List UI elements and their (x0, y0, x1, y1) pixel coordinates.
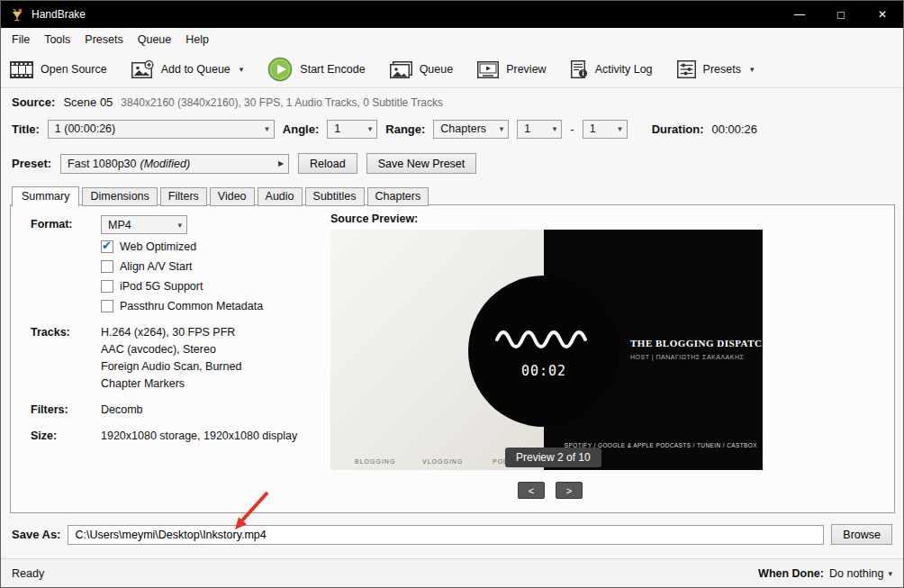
preset-modified-flag: (Modified) (140, 158, 191, 170)
tab-video[interactable]: Video (210, 187, 255, 206)
queue-label: Queue (420, 63, 454, 76)
preset-select[interactable]: Fast 1080p30(Modified) ▶ (60, 154, 289, 174)
play-icon (267, 57, 293, 82)
preset-select-value: Fast 1080p30(Modified) (68, 158, 190, 170)
add-to-queue-label: Add to Queue (161, 63, 231, 76)
minimize-button[interactable]: — (779, 1, 820, 28)
filters-label: Filters: (31, 403, 68, 416)
preview-icon (477, 61, 499, 78)
activity-log-icon (571, 60, 588, 78)
tab-dimensions[interactable]: Dimensions (82, 187, 157, 206)
preview-next-button[interactable]: > (556, 482, 583, 499)
range-end-select[interactable]: 1 ▾ (583, 120, 628, 139)
range-start-value: 1 (524, 122, 530, 135)
window-controls: — □ ✕ (779, 1, 903, 28)
handbrake-window: HandBrake — □ ✕ File Tools Presets Queue… (0, 0, 904, 588)
save-new-preset-button[interactable]: Save New Preset (366, 153, 477, 174)
add-to-queue-icon (131, 60, 154, 78)
checkbox-box[interactable] (101, 240, 113, 253)
menubar: File Tools Presets Queue Help (1, 28, 903, 51)
tab-chapters[interactable]: Chapters (367, 187, 429, 206)
preview-strip-item: BLOGGING (355, 458, 395, 465)
angle-label: Angle: (283, 122, 319, 136)
menu-queue[interactable]: Queue (131, 30, 179, 50)
format-select[interactable]: MP4 ▾ (101, 215, 187, 234)
open-source-button[interactable]: Open Source (10, 61, 107, 78)
browse-button[interactable]: Browse (831, 524, 892, 545)
chevron-down-icon: ▾ (750, 65, 755, 74)
summary-panel: Format: MP4 ▾ Web Optimized Align A/V St… (10, 204, 895, 513)
checkbox-label: iPod 5G Support (120, 280, 203, 293)
checkbox-box[interactable] (101, 260, 113, 273)
preview-show-subtitle: HOST | ΠΑΝΑΓΙΩΤΗΣ ΣΑΚΑΛΑΚΗΣ (630, 354, 744, 360)
presets-button[interactable]: Presets ▾ (677, 60, 755, 78)
checkbox-label: Align A/V Start (120, 260, 193, 273)
preview-circle-logo: 00:02 (468, 276, 619, 427)
filters-value: Decomb (101, 403, 143, 416)
chevron-down-icon: ▾ (265, 124, 269, 133)
chevron-down-icon: ▾ (618, 124, 622, 133)
queue-icon (390, 61, 412, 78)
tab-audio[interactable]: Audio (258, 187, 303, 206)
maximize-button[interactable]: □ (820, 1, 862, 28)
toolbar: Open Source Add to Queue ▾ (1, 51, 903, 88)
queue-button[interactable]: Queue (390, 61, 454, 78)
preview-strip-item: VLOGGING (422, 458, 463, 465)
tab-subtitles[interactable]: Subtitles (305, 187, 365, 206)
checkbox-web-optimized[interactable]: Web Optimized (101, 240, 196, 254)
when-done-group: When Done: Do nothing ▾ (758, 567, 892, 580)
checkbox-align-av-start[interactable]: Align A/V Start (101, 259, 193, 274)
statusbar: Ready When Done: Do nothing ▾ (1, 558, 903, 587)
title-label: Title: (12, 122, 40, 136)
save-as-row: Save As: Browse (12, 524, 892, 545)
title-select[interactable]: 1 (00:00:26) ▾ (48, 120, 275, 139)
close-button[interactable]: ✕ (862, 1, 903, 28)
menu-tools[interactable]: Tools (37, 30, 77, 50)
checkbox-passthru-common-metadata[interactable]: Passthru Common Metadata (101, 299, 263, 313)
presets-sliders-icon (677, 60, 696, 78)
checkbox-ipod-5g-support[interactable]: iPod 5G Support (101, 279, 203, 294)
range-end-value: 1 (590, 122, 596, 135)
add-to-queue-button[interactable]: Add to Queue ▾ (131, 60, 244, 78)
preview-prev-button[interactable]: < (518, 482, 545, 499)
preview-button[interactable]: Preview (477, 61, 546, 78)
duration-value: 00:00:26 (711, 122, 757, 136)
reload-button[interactable]: Reload (298, 153, 357, 174)
status-text: Ready (12, 567, 44, 580)
titlebar-left: HandBrake (1, 7, 86, 22)
checkbox-label: Passthru Common Metadata (120, 300, 263, 312)
tracks-label: Tracks: (31, 326, 70, 339)
menu-help[interactable]: Help (178, 30, 216, 50)
source-row: Source: Scene 05 3840x2160 (3840x2160), … (12, 95, 443, 109)
range-separator: - (570, 122, 574, 136)
duration-label: Duration: (652, 122, 704, 136)
preset-label: Preset: (12, 157, 51, 170)
track-chapters: Chapter Markers (101, 377, 185, 390)
preview-show-title: THE BLOGGING DISPATCH (630, 338, 763, 348)
main-area: Source: Scene 05 3840x2160 (3840x2160), … (1, 88, 903, 558)
save-as-label: Save As: (12, 528, 60, 541)
range-label: Range: (385, 122, 425, 136)
source-details: 3840x2160 (3840x2160), 30 FPS, 1 Audio T… (121, 96, 443, 109)
checkbox-box[interactable] (101, 300, 113, 312)
start-encode-button[interactable]: Start Encode (267, 57, 365, 82)
menu-presets[interactable]: Presets (77, 30, 130, 50)
chevron-right-icon: ▶ (278, 159, 284, 167)
activity-log-button[interactable]: Activity Log (571, 60, 653, 78)
size-value: 1920x1080 storage, 1920x1080 display (101, 430, 297, 442)
tab-summary[interactable]: Summary (12, 186, 79, 207)
range-start-select[interactable]: 1 ▾ (517, 120, 562, 139)
when-done-label: When Done: (758, 567, 824, 580)
when-done-select[interactable]: Do nothing ▾ (829, 567, 892, 580)
chevron-down-icon: ▾ (500, 124, 504, 133)
angle-select[interactable]: 1 ▾ (327, 120, 377, 139)
title-row: Title: 1 (00:00:26) ▾ Angle: 1 ▾ Range: … (12, 119, 757, 139)
track-video: H.264 (x264), 30 FPS PFR (101, 326, 235, 339)
range-type-select[interactable]: Chapters ▾ (433, 120, 509, 139)
checkbox-box[interactable] (101, 280, 113, 293)
menu-file[interactable]: File (5, 30, 37, 50)
when-done-value: Do nothing (829, 567, 883, 580)
tab-filters[interactable]: Filters (160, 187, 207, 206)
waveform-icon (493, 323, 594, 356)
save-as-input[interactable] (68, 525, 824, 545)
